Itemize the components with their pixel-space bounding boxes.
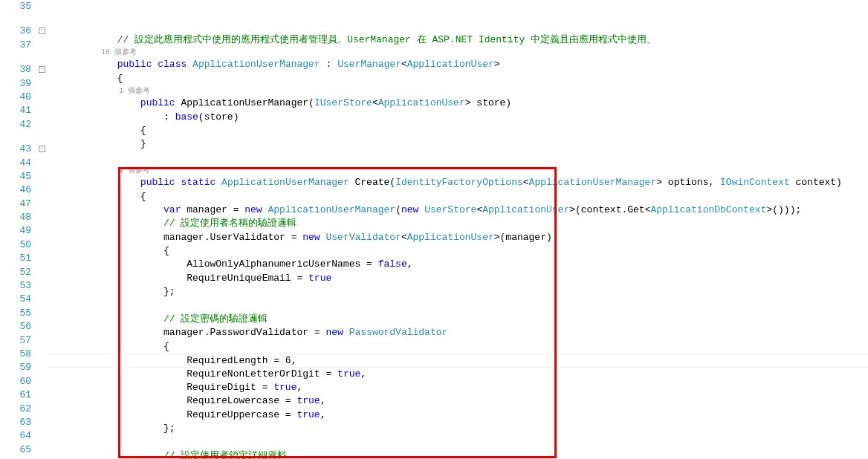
line-number: 54 — [0, 293, 31, 306]
line-number: 53 — [0, 279, 31, 293]
codelens-reference[interactable]: 1 個參考 — [48, 85, 868, 97]
line-number: 60 — [0, 375, 31, 388]
code-line[interactable]: RequiredLength = 6, — [48, 354, 868, 367]
code-line[interactable]: manager.UserValidator = new UserValidato… — [48, 231, 868, 244]
line-number: 56 — [0, 320, 31, 333]
line-number: 49 — [0, 224, 31, 238]
line-number — [0, 52, 31, 63]
line-number — [0, 13, 31, 25]
line-number: 63 — [0, 416, 31, 429]
code-line[interactable]: var manager = new ApplicationUserManager… — [48, 204, 868, 217]
line-number: 61 — [0, 388, 31, 402]
line-number: 48 — [0, 211, 31, 224]
code-line[interactable]: // 設定使用者名稱的驗證邏輯 — [48, 217, 868, 230]
line-number: 46 — [0, 183, 31, 197]
line-number: 59 — [0, 361, 31, 374]
code-line[interactable]: RequireDigit = true, — [48, 381, 868, 394]
code-line[interactable]: { — [48, 190, 868, 204]
code-line[interactable]: RequireLowercase = true, — [48, 394, 868, 408]
code-line[interactable]: // 設定此應用程式中使用的應用程式使用者管理員。UserManager 在 A… — [48, 33, 868, 47]
fold-outline-column[interactable]: --- — [37, 0, 48, 459]
line-number: 62 — [0, 403, 31, 416]
code-line[interactable]: public ApplicationUserManager(IUserStore… — [48, 97, 868, 110]
line-number: 52 — [0, 266, 31, 279]
code-line[interactable]: manager.PasswordValidator = new Password… — [48, 326, 868, 339]
code-line[interactable]: { — [48, 244, 868, 258]
line-number: 41 — [0, 104, 31, 117]
code-editor[interactable]: 3536373839404142434445464748495051525354… — [0, 0, 868, 459]
line-number: 36 — [0, 25, 31, 38]
line-number: 50 — [0, 238, 31, 252]
line-number: 55 — [0, 307, 31, 320]
code-line[interactable]: { — [48, 72, 868, 85]
code-line[interactable] — [48, 436, 868, 449]
code-body[interactable]: // 設定此應用程式中使用的應用程式使用者管理員。UserManager 在 A… — [48, 0, 868, 459]
codelens-reference[interactable]: 1 個參考 — [48, 165, 868, 176]
line-number: 39 — [0, 77, 31, 91]
codelens-reference[interactable]: 18 個參考 — [48, 47, 868, 58]
code-line[interactable]: public class ApplicationUserManager : Us… — [48, 58, 868, 71]
line-number: 38 — [0, 63, 31, 76]
code-line[interactable]: } — [48, 137, 868, 151]
code-line[interactable]: : base(store) — [48, 111, 868, 124]
line-number: 51 — [0, 252, 31, 265]
code-line[interactable]: public static ApplicationUserManager Cre… — [48, 176, 868, 189]
code-line[interactable]: RequireNonLetterOrDigit = true, — [48, 368, 868, 381]
code-line[interactable]: // 設定密碼的驗證邏輯 — [48, 313, 868, 326]
line-number: 37 — [0, 39, 31, 52]
line-number-gutter: 3536373839404142434445464748495051525354… — [0, 0, 37, 459]
fold-toggle-icon[interactable]: - — [39, 27, 45, 34]
line-number — [0, 131, 31, 143]
line-number: 47 — [0, 198, 31, 211]
fold-toggle-icon[interactable]: - — [39, 146, 45, 152]
line-number: 40 — [0, 91, 31, 104]
line-number: 65 — [0, 443, 31, 457]
code-line[interactable]: RequireUppercase = true, — [48, 408, 868, 422]
code-line[interactable]: // 設定使用者鎖定詳細資料 — [48, 449, 868, 459]
code-line[interactable] — [48, 299, 868, 313]
code-line[interactable] — [48, 152, 868, 165]
fold-toggle-icon[interactable]: - — [39, 66, 45, 73]
code-line[interactable]: { — [48, 340, 868, 354]
code-line[interactable]: { — [48, 124, 868, 137]
line-number: 64 — [0, 429, 31, 443]
code-line[interactable]: AllowOnlyAlphanumericUserNames = false, — [48, 258, 868, 271]
code-line[interactable]: }; — [48, 285, 868, 299]
line-number: 57 — [0, 334, 31, 348]
line-number: 58 — [0, 348, 31, 361]
code-line[interactable]: }; — [48, 422, 868, 435]
line-number: 44 — [0, 157, 31, 170]
line-number: 45 — [0, 170, 31, 183]
line-number: 35 — [0, 0, 31, 13]
line-number: 43 — [0, 143, 31, 156]
line-number: 42 — [0, 118, 31, 131]
code-line[interactable]: RequireUniqueEmail = true — [48, 272, 868, 285]
